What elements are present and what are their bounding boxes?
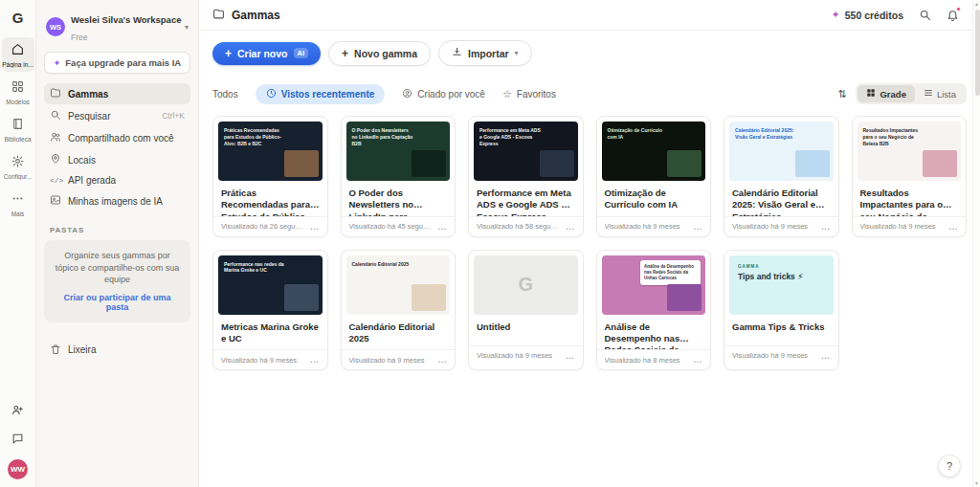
- settings-icon: [11, 154, 24, 171]
- card-thumbnail-wrap: O Poder dos Newsletters no LinkedIn para…: [342, 117, 456, 181]
- ai-badge: AI: [294, 48, 309, 58]
- view-toggle-label: Lista: [937, 89, 956, 100]
- sidebar: WS Weslei Silva's Workspace Free ▾ ✦ Faç…: [36, 0, 199, 487]
- rail-item-label: Mais: [11, 210, 25, 217]
- gamma-card[interactable]: Análise de Desempenho nas Redes Sociais …: [596, 250, 712, 371]
- card-footer: Visualizado há 26 segundos …: [213, 216, 327, 236]
- card-menu-button[interactable]: …: [689, 355, 702, 365]
- import-button[interactable]: Importar ▾: [438, 40, 532, 66]
- help-button[interactable]: ?: [938, 454, 961, 477]
- sidebar-item-api[interactable]: </> API gerada: [44, 171, 190, 189]
- card-thumbnail-wrap: Calendário Editorial 2025: Visão Geral e…: [724, 117, 838, 181]
- card-menu-button[interactable]: …: [562, 222, 575, 232]
- gamma-card[interactable]: Otimização de Currículo com IA Otimizaçã…: [596, 116, 712, 237]
- gamma-logo[interactable]: G: [8, 7, 29, 28]
- gamma-card[interactable]: G Untitled Visualizado há 9 meses …: [468, 250, 584, 371]
- invite-member-icon[interactable]: [11, 397, 24, 426]
- rail-item-settings[interactable]: Configur...: [2, 149, 34, 184]
- gamma-card[interactable]: GAMMA Tips and tricks ⚡ Gamma Tips & Tri…: [724, 250, 839, 371]
- view-toggle-grid[interactable]: Grade: [858, 85, 914, 102]
- card-menu-button[interactable]: …: [306, 222, 320, 232]
- create-new-button[interactable]: + Criar novo AI: [212, 42, 321, 65]
- card-menu-button[interactable]: …: [945, 222, 958, 232]
- sparkle-icon: ✦: [54, 58, 61, 68]
- rail-item-templates[interactable]: Modelos: [2, 75, 34, 109]
- sidebar-item-ai-images[interactable]: Minhas imagens de IA: [44, 190, 190, 211]
- gamma-card[interactable]: Calendário Editorial 2025: Visão Geral e…: [724, 116, 839, 237]
- toolbar: + Criar novo AI + Novo gamma Importar ▾: [199, 31, 980, 74]
- main-content: Gammas ✦ 550 créditos + Criar novo AI: [199, 0, 980, 487]
- tab-favorites[interactable]: ☆ Favoritos: [502, 85, 556, 103]
- card-menu-button[interactable]: …: [306, 355, 320, 365]
- card-footer: Visualizado há 9 meses …: [724, 216, 838, 236]
- window-scrollbar[interactable]: ▲ ▼: [972, 0, 980, 487]
- gamma-card[interactable]: Performance nas redes da Marina Groke e …: [212, 250, 328, 371]
- thumb-text: O Poder dos Newsletters no LinkedIn para…: [352, 127, 415, 146]
- search-icon[interactable]: [919, 9, 931, 21]
- gamma-card[interactable]: Resultados Impactantes para o seu Negóci…: [852, 116, 968, 237]
- card-menu-button[interactable]: …: [817, 222, 831, 232]
- thumb-text: Calendário Editorial 2025: Visão Geral e…: [735, 127, 798, 141]
- credits-badge[interactable]: ✦ 550 créditos: [831, 9, 903, 21]
- card-menu-button[interactable]: …: [434, 355, 447, 365]
- upgrade-button[interactable]: ✦ Faça upgrade para mais IA: [44, 52, 190, 74]
- card-thumbnail-wrap: Resultados Impactantes para o seu Negóci…: [853, 117, 967, 181]
- code-icon: </>: [50, 176, 61, 185]
- rail-item-library[interactable]: Biblioteca: [2, 112, 34, 146]
- card-thumbnail: Performance nas redes da Marina Groke e …: [218, 255, 323, 315]
- gamma-card[interactable]: Performance em Meta ADS e Google ADS - E…: [468, 116, 584, 237]
- scrollbar-thumb[interactable]: [975, 10, 980, 96]
- app-window: G Página in... Modelos Biblioteca Config…: [0, 0, 980, 487]
- sidebar-item-shared[interactable]: Compartilhado com você: [44, 127, 190, 148]
- sidebar-item-label: Pesquisar: [68, 111, 110, 122]
- user-avatar[interactable]: WW: [8, 459, 28, 479]
- sidebar-item-gammas[interactable]: Gammas: [44, 83, 190, 104]
- chevron-down-icon: ▾: [185, 23, 189, 32]
- card-title: Untitled: [469, 315, 583, 345]
- thumb-accent-image: [540, 150, 574, 177]
- sidebar-item-label: Compartilhado com você: [68, 133, 174, 144]
- create-folder-link[interactable]: Criar ou participar de uma pasta: [52, 293, 183, 312]
- tab-todos[interactable]: Todos: [212, 85, 238, 103]
- card-title: Performance em Meta ADS e Google ADS – E…: [469, 181, 583, 216]
- tab-recently-viewed[interactable]: Vistos recentemente: [256, 84, 386, 104]
- card-title: Calendário Editorial 2025: Visão Geral e…: [724, 181, 838, 216]
- new-gamma-button[interactable]: + Novo gamma: [328, 41, 431, 66]
- gamma-card[interactable]: O Poder dos Newsletters no LinkedIn para…: [341, 116, 457, 237]
- card-viewed-label: Visualizado há 58 segundos: [477, 222, 562, 231]
- chat-icon[interactable]: [11, 426, 24, 454]
- card-viewed-label: Visualizado há 9 meses: [221, 356, 297, 365]
- card-menu-button[interactable]: …: [817, 351, 831, 361]
- scroll-up-icon[interactable]: ▲: [974, 1, 979, 7]
- card-title: Práticas Recomendadas para Estudos de Pú…: [213, 181, 327, 216]
- sort-icon[interactable]: ⇅: [837, 88, 846, 100]
- card-viewed-label: Visualizado há 9 meses: [860, 222, 936, 231]
- view-toggle-list[interactable]: Lista: [915, 85, 965, 102]
- gamma-card[interactable]: Calendário Editorial 2025 Calendário Edi…: [341, 250, 457, 371]
- sparkle-icon: ✦: [831, 9, 839, 21]
- notifications-bell-icon[interactable]: [947, 9, 959, 21]
- new-gamma-label: Novo gamma: [354, 48, 417, 59]
- card-menu-button[interactable]: …: [689, 222, 702, 232]
- card-thumbnail: Análise de Desempenho nas Redes Sociais …: [602, 255, 706, 315]
- rail-item-more[interactable]: Mais: [2, 187, 34, 221]
- card-menu-button[interactable]: …: [434, 222, 447, 232]
- image-icon: [50, 194, 61, 208]
- card-menu-button[interactable]: …: [562, 351, 575, 361]
- rail-item-label: Página in...: [2, 61, 33, 68]
- scroll-down-icon[interactable]: ▼: [974, 480, 979, 486]
- sidebar-item-sites[interactable]: Locais: [44, 149, 190, 170]
- thumb-accent-image: [284, 284, 319, 311]
- rail-item-label: Modelos: [6, 99, 30, 105]
- filter-tabs: Todos Vistos recentemente Criado por voc…: [199, 74, 980, 114]
- card-footer: Visualizado há 9 meses …: [469, 345, 583, 365]
- tab-created-by-you[interactable]: Criado por você: [402, 84, 485, 104]
- workspace-switcher[interactable]: WS Weslei Silva's Workspace Free ▾: [44, 8, 190, 52]
- sidebar-item-search[interactable]: Pesquisar Ctrl+K: [44, 105, 190, 126]
- gamma-card[interactable]: Práticas Recomendadas para Estudos de Pú…: [212, 116, 328, 237]
- sidebar-item-trash[interactable]: Lixeira: [44, 340, 190, 361]
- card-thumbnail-wrap: Performance em Meta ADS e Google ADS - E…: [469, 117, 583, 181]
- rail-item-home[interactable]: Página in...: [2, 37, 34, 72]
- create-new-label: Criar novo: [237, 48, 288, 59]
- thumb-accent-image: [667, 284, 702, 311]
